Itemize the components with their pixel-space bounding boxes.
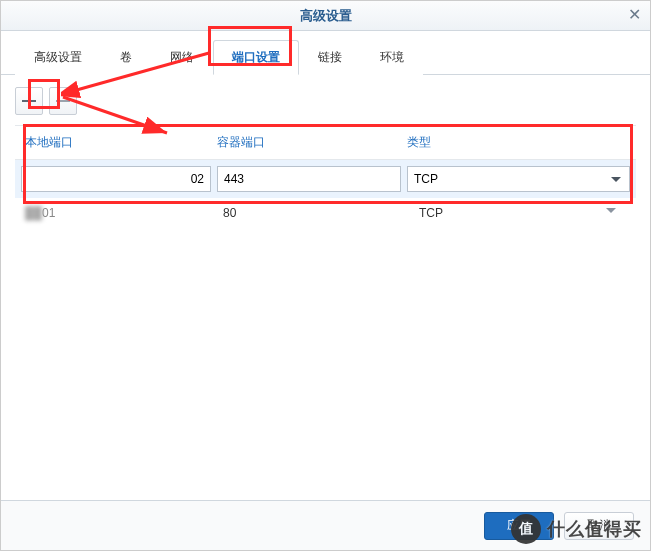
minus-icon <box>56 94 70 108</box>
close-icon[interactable]: ✕ <box>626 7 642 23</box>
toolbar <box>15 87 636 115</box>
add-button[interactable] <box>15 87 43 115</box>
plus-icon <box>22 94 36 108</box>
container-port-value: 80 <box>223 206 413 220</box>
type-select[interactable]: TCP <box>407 166 630 192</box>
dialog-title: 高级设置 <box>300 7 352 25</box>
title-bar: 高级设置 ✕ <box>1 1 650 31</box>
tab-ports[interactable]: 端口设置 <box>213 40 299 75</box>
tab-volume[interactable]: 卷 <box>101 40 151 75</box>
tab-env[interactable]: 环境 <box>361 40 423 75</box>
ports-table: 本地端口 容器端口 类型 TCP ██01 80 TCP <box>15 125 636 228</box>
type-value: TCP <box>419 206 630 220</box>
watermark-icon: 值 <box>511 514 541 544</box>
chevron-down-icon <box>606 208 616 218</box>
header-type: 类型 <box>407 134 630 151</box>
header-container: 容器端口 <box>217 134 407 151</box>
svg-rect-0 <box>56 100 70 102</box>
tab-network[interactable]: 网络 <box>151 40 213 75</box>
watermark: 值 什么值得买 <box>511 514 642 544</box>
container-port-input[interactable] <box>217 166 401 192</box>
tab-link[interactable]: 链接 <box>299 40 361 75</box>
type-value: TCP <box>414 172 438 186</box>
table-header: 本地端口 容器端口 类型 <box>15 126 636 160</box>
remove-button[interactable] <box>49 87 77 115</box>
local-port-value: ██01 <box>21 206 217 220</box>
tab-advanced[interactable]: 高级设置 <box>15 40 101 75</box>
header-local: 本地端口 <box>21 134 217 151</box>
tab-bar: 高级设置 卷 网络 端口设置 链接 环境 <box>1 31 650 75</box>
local-port-input[interactable] <box>21 166 211 192</box>
chevron-down-icon <box>611 177 621 187</box>
watermark-text: 什么值得买 <box>547 517 642 541</box>
table-row[interactable]: ██01 80 TCP <box>15 198 636 228</box>
table-row[interactable]: TCP <box>15 160 636 198</box>
